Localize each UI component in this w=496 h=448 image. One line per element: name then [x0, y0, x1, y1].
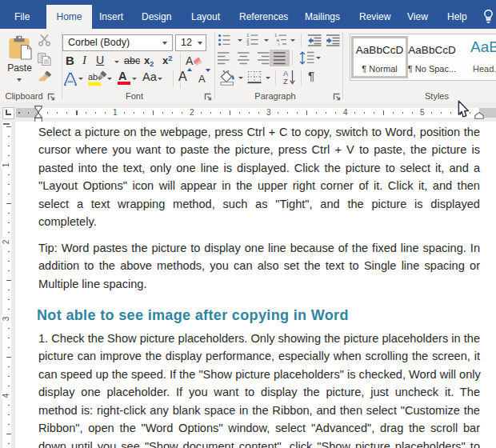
svg-text:3: 3 [246, 42, 250, 46]
svg-text:ab: ab [88, 72, 98, 82]
svg-text:Z: Z [283, 77, 288, 86]
svg-text:i: i [278, 42, 279, 46]
svg-text:A: A [186, 54, 194, 67]
